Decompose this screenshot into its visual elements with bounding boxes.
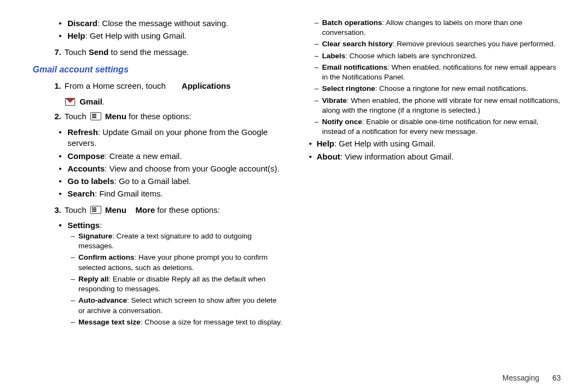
footer-section: Messaging <box>503 373 540 382</box>
bullet-discard: Discard: Close the message without savin… <box>59 18 285 29</box>
step-1-gmail: Gmail. <box>33 97 285 106</box>
menu-opt-compose: Compose: Create a new email. <box>59 151 285 162</box>
menu-icon <box>90 206 101 214</box>
sub-labels: Labels: Choose which labels are synchron… <box>315 51 561 61</box>
bullet-help: Help: Get Help with using Gmail. <box>59 30 285 41</box>
menu-icon <box>90 112 101 120</box>
menu-opt-refresh: Refresh: Update Gmail on your phone from… <box>59 127 285 149</box>
sub-message-text-size: Message text size: Choose a size for mes… <box>71 317 285 327</box>
step-1: 1.From a Home screen, touch Applications <box>54 80 285 93</box>
more-bullet-about: About: View information about Gmail. <box>309 151 561 162</box>
gmail-icon <box>65 98 75 106</box>
menu-opt-search: Search: Find Gmail items. <box>59 188 285 199</box>
sub-batch-operations: Batch operations: Allow changes to label… <box>315 18 561 38</box>
left-column: Discard: Close the message without savin… <box>33 16 301 381</box>
step-2: 2.Touch Menu for these options: <box>54 111 285 123</box>
page-content: Discard: Close the message without savin… <box>0 0 588 392</box>
more-bullet-help: Help: Get Help with using Gmail. <box>309 138 561 149</box>
menu-opt-accounts: Accounts: View and choose from your Goog… <box>59 163 285 174</box>
step-7: 7.Touch Send to send the message. <box>54 46 285 59</box>
sub-notify-once: Notify once: Enable or disable one-time … <box>315 117 561 137</box>
step-3: 3.Touch Menu More for these options: <box>54 204 285 217</box>
heading-gmail-account-settings: Gmail account settings <box>33 65 285 75</box>
sub-vibrate: Vibrate: When enabled, the phone will vi… <box>315 96 561 115</box>
sub-reply-all: Reply all: Enable or disable Reply all a… <box>71 274 285 294</box>
sub-clear-search-history: Clear search history: Remove previous se… <box>315 39 561 49</box>
sub-signature: Signature: Create a text signature to ad… <box>71 231 285 251</box>
sub-select-ringtone: Select ringtone: Choose a ringtone for n… <box>315 84 561 94</box>
sub-confirm-actions: Confirm actions: Have your phone prompt … <box>71 253 285 272</box>
settings-label: Settings: <box>59 220 285 230</box>
right-column: Batch operations: Allow changes to label… <box>301 16 567 381</box>
footer-page-number: 63 <box>552 373 561 382</box>
page-footer: Messaging 63 <box>503 373 561 382</box>
sub-email-notifications: Email notifications: When enabled, notif… <box>315 63 561 82</box>
menu-opt-go-to-labels: Go to labels: Go to a Gmail label. <box>59 176 285 187</box>
sub-auto-advance: Auto-advance: Select which screen to sho… <box>71 296 285 315</box>
